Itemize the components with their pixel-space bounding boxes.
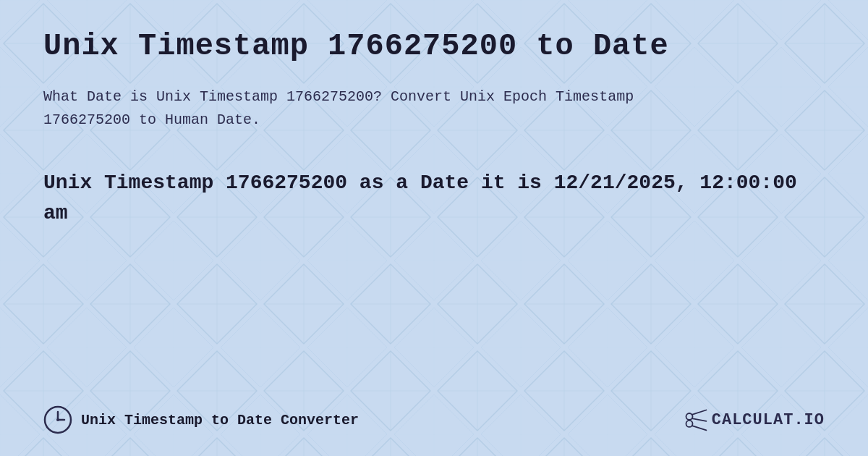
page-description: What Date is Unix Timestamp 1766275200? … [43,85,694,132]
svg-line-17 [692,418,706,421]
svg-point-12 [56,418,59,421]
calculat-logo-text: CALCULAT.IO [712,411,825,429]
result-text: Unix Timestamp 1766275200 as a Date it i… [43,168,825,229]
calculat-logo[interactable]: CALCULAT.IO [683,407,825,433]
page-title: Unix Timestamp 1766275200 to Date [43,29,825,64]
footer-link-area[interactable]: Unix Timestamp to Date Converter [43,405,359,434]
footer-link-text[interactable]: Unix Timestamp to Date Converter [81,412,359,428]
svg-line-15 [692,410,706,415]
calculat-logo-icon [683,407,709,433]
page-footer: Unix Timestamp to Date Converter CALCULA… [43,405,825,434]
svg-line-16 [692,426,706,430]
result-section: Unix Timestamp 1766275200 as a Date it i… [43,168,825,229]
clock-icon [43,405,72,434]
